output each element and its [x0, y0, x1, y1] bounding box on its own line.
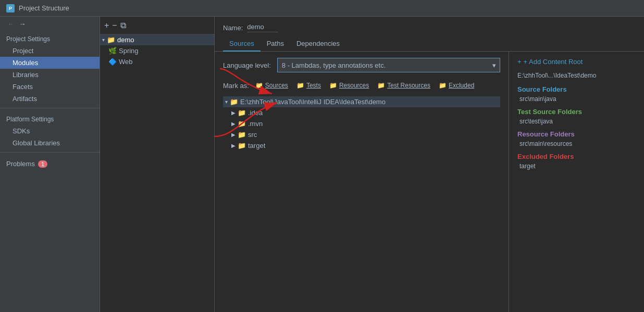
folder-icon: 📁 [107, 36, 115, 44]
content-area: Language level: 3 - Enums, autoboxing, g… [215, 52, 644, 312]
sidebar-item-facets[interactable]: Facets [0, 81, 100, 93]
sidebar-divider [0, 108, 100, 108]
add-module-button[interactable]: + [104, 21, 109, 30]
test-source-folders-title: Test Source Folders [517, 108, 636, 116]
name-field-value[interactable]: demo [247, 23, 278, 32]
root-folder-icon: 📁 [230, 98, 238, 106]
src-folder-icon: 📁 [238, 131, 246, 139]
source-folders-title: Source Folders [517, 85, 636, 93]
sidebar-item-artifacts[interactable]: Artifacts [0, 93, 100, 105]
mark-as-resources-btn[interactable]: 📁 Resources [327, 81, 371, 90]
platform-settings-label: Platform Settings [0, 111, 100, 125]
file-tree-idea[interactable]: ▶ 📁 .idea [223, 107, 500, 118]
file-tree-mvn[interactable]: ▶ 📁 .mvn [223, 118, 500, 129]
module-name-demo: demo [117, 36, 134, 44]
language-level-row: Language level: 3 - Enums, autoboxing, g… [223, 58, 500, 72]
src-chevron-icon: ▶ [231, 132, 236, 138]
file-tree-root[interactable]: ▾ 📁 E:\zhhTool\JavaTool\IntelliJ IDEA\Id… [223, 96, 500, 107]
root-path-text: E:\zhhTool\JavaTool\IntelliJ IDEA\IdeaTe… [240, 98, 386, 106]
module-tabs: Sources Paths Dependencies [215, 36, 644, 52]
title-text: Project Structure [19, 4, 69, 12]
language-level-select-wrapper: 3 - Enums, autoboxing, generics, varargs… [277, 58, 500, 72]
info-panel: + + Add Content Root E:\zhhTool\...\Idea… [509, 52, 644, 312]
project-settings-label: Project Settings [0, 31, 100, 45]
web-icon: 🔷 [108, 58, 117, 66]
excluded-folder-icon: 📁 [439, 82, 447, 89]
module-file-tree: ▾ 📁 demo 🌿 Spring 🔷 Web [100, 34, 214, 67]
sources-content: Language level: 3 - Enums, autoboxing, g… [215, 52, 509, 312]
tests-folder-icon: 📁 [296, 82, 304, 89]
back-arrow[interactable]: ← [7, 20, 15, 28]
mark-as-sources-label: Sources [265, 82, 288, 89]
sidebar-item-modules[interactable]: Modules [0, 57, 100, 69]
test-source-folders-value: src\test\java [517, 118, 636, 125]
resources-folder-icon: 📁 [329, 82, 337, 89]
sidebar-divider-2 [0, 152, 100, 153]
sidebar: ← → Project Settings Project Modules Lib… [0, 17, 100, 312]
module-tree-item-spring[interactable]: 🌿 Spring [100, 45, 214, 56]
mark-as-row: Mark as: 📁 Sources 📁 Tests 📁 Resources [223, 81, 500, 90]
remove-module-button[interactable]: − [112, 21, 117, 30]
file-tree-target[interactable]: ▶ 📁 target [223, 140, 500, 151]
language-level-label: Language level: [223, 61, 271, 69]
tab-dependencies[interactable]: Dependencies [290, 36, 346, 52]
name-row: Name: demo [215, 17, 644, 36]
resource-folders-value: src\main\resources [517, 140, 636, 147]
source-folders-value: src\main\java [517, 95, 636, 103]
mvn-chevron-icon: ▶ [231, 121, 236, 127]
language-level-select[interactable]: 3 - Enums, autoboxing, generics, varargs… [277, 58, 500, 72]
mark-as-excluded-label: Excluded [449, 82, 474, 89]
module-name-spring: Spring [119, 47, 139, 55]
module-tree-item-web[interactable]: 🔷 Web [100, 56, 214, 67]
add-content-root-label: + Add Content Root [524, 58, 583, 66]
target-folder-name: target [248, 142, 265, 149]
root-chevron-icon: ▾ [225, 99, 228, 105]
problems-row[interactable]: Problems 1 [0, 156, 100, 172]
sidebar-item-project[interactable]: Project [0, 45, 100, 57]
sidebar-item-sdks[interactable]: SDKs [0, 125, 100, 137]
idea-folder-name: .idea [248, 109, 263, 117]
mark-as-test-resources-label: Test Resources [387, 82, 430, 89]
content-root-path: E:\zhhTool\...\IdeaTest\demo [517, 72, 636, 79]
module-tree-item-demo[interactable]: ▾ 📁 demo [100, 34, 214, 45]
problems-badge: 1 [38, 160, 47, 168]
mark-as-test-resources-btn[interactable]: 📁 Test Resources [375, 81, 432, 90]
mvn-folder-name: .mvn [248, 120, 263, 128]
src-folder-name: src [248, 131, 257, 139]
mark-as-excluded-btn[interactable]: 📁 Excluded [437, 81, 476, 90]
tree-toolbar: + − ⧉ [100, 17, 214, 34]
mvn-folder-icon: 📁 [238, 120, 246, 128]
file-tree-src[interactable]: ▶ 📁 src [223, 129, 500, 140]
idea-chevron-icon: ▶ [231, 110, 236, 116]
sidebar-item-global-libraries[interactable]: Global Libraries [0, 137, 100, 149]
problems-label: Problems [6, 160, 35, 168]
name-field-label: Name: [223, 24, 243, 32]
excluded-folders-title: Excluded Folders [517, 153, 636, 160]
mark-as-sources-btn[interactable]: 📁 Sources [253, 81, 290, 90]
tab-sources[interactable]: Sources [223, 36, 261, 52]
add-content-root-button[interactable]: + + Add Content Root [517, 58, 636, 66]
sources-folder-icon: 📁 [255, 82, 263, 89]
forward-arrow[interactable]: → [19, 20, 26, 28]
plus-icon: + [517, 58, 522, 66]
spring-icon: 🌿 [108, 47, 117, 55]
mark-as-resources-label: Resources [339, 82, 369, 89]
main-layout: ← → Project Settings Project Modules Lib… [0, 17, 644, 312]
chevron-down-icon: ▾ [102, 37, 105, 43]
title-bar: P Project Structure [0, 0, 644, 17]
module-name-web: Web [119, 58, 133, 66]
sidebar-item-libraries[interactable]: Libraries [0, 69, 100, 81]
test-resources-folder-icon: 📁 [377, 82, 385, 89]
tab-paths[interactable]: Paths [261, 36, 290, 52]
target-chevron-icon: ▶ [231, 143, 236, 148]
module-tree-panel: + − ⧉ ▾ 📁 demo 🌿 Spring 🔷 Web [100, 17, 215, 312]
target-folder-icon: 📁 [238, 142, 246, 149]
copy-module-button[interactable]: ⧉ [120, 21, 126, 30]
app-icon: P [6, 4, 15, 13]
idea-folder-icon: 📁 [238, 109, 246, 117]
mark-as-label: Mark as: [223, 82, 249, 90]
excluded-folders-value: target [517, 163, 636, 170]
mark-as-tests-label: Tests [306, 82, 321, 89]
right-panel: Name: demo Sources Paths Dependencies La… [215, 17, 644, 312]
mark-as-tests-btn[interactable]: 📁 Tests [294, 81, 323, 90]
